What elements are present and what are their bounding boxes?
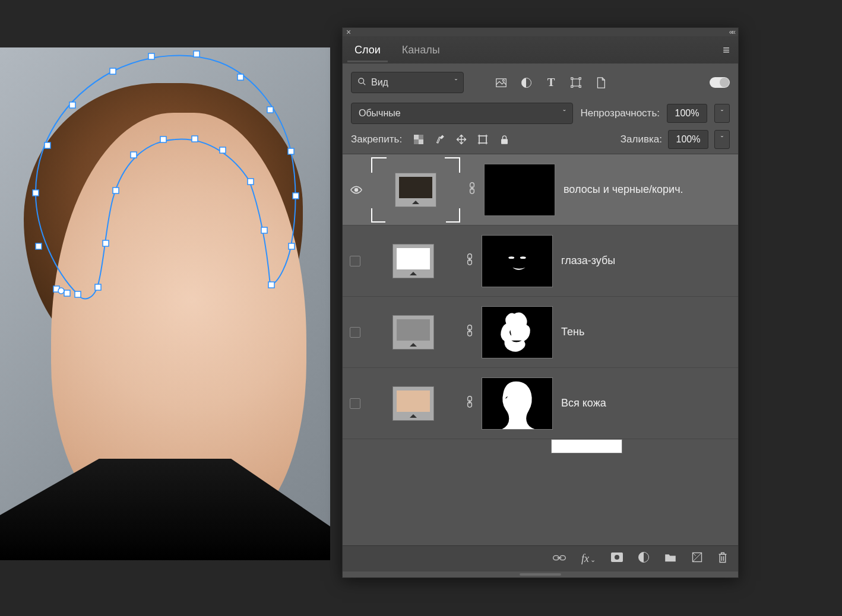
blend-mode-dropdown[interactable]: Обычные ˇ: [351, 103, 573, 124]
new-layer-icon[interactable]: [692, 552, 702, 566]
layer-thumbnail-frame[interactable]: [369, 228, 458, 294]
kind-dropdown[interactable]: Вид ˇ: [351, 72, 464, 93]
layer-row[interactable]: волосы и черные/корич.: [343, 154, 738, 226]
opacity-label: Непрозрачность:: [580, 107, 660, 119]
fx-icon[interactable]: fx⌄: [581, 553, 596, 565]
search-icon: [357, 77, 366, 88]
lock-transparency-icon[interactable]: [413, 134, 425, 145]
resize-grip[interactable]: [343, 571, 738, 577]
new-adjustment-icon[interactable]: [638, 552, 649, 566]
svg-point-26: [359, 78, 364, 84]
svg-point-51: [508, 256, 514, 259]
blend-mode-value: Обычные: [359, 108, 401, 119]
link-mask-icon[interactable]: [466, 253, 473, 268]
visibility-icon[interactable]: [350, 183, 363, 196]
layer-thumbnail: [395, 173, 436, 207]
add-mask-icon[interactable]: [611, 553, 623, 565]
link-mask-icon[interactable]: [466, 325, 473, 339]
chevron-down-icon: ˇ: [563, 109, 565, 118]
layer-mask-thumbnail[interactable]: [484, 164, 555, 216]
layer-mask-thumbnail[interactable]: [482, 377, 553, 430]
filter-shape-icon[interactable]: [569, 76, 583, 89]
svg-rect-31: [571, 78, 573, 80]
layers-footer: fx⌄: [343, 545, 738, 571]
collapse-icon[interactable]: ««: [729, 28, 735, 36]
layer-row[interactable]: Тень: [343, 297, 738, 368]
layer-thumbnail-frame[interactable]: [369, 371, 458, 436]
layer-thumbnail-frame[interactable]: [371, 157, 460, 223]
link-layers-icon[interactable]: [553, 553, 566, 565]
delete-layer-icon[interactable]: [718, 552, 727, 566]
panel-menu-icon[interactable]: ≡: [723, 43, 730, 57]
layer-list[interactable]: волосы и черные/корич. глаза-зубы: [343, 154, 738, 545]
layer-row[interactable]: Вся кожа: [343, 368, 738, 439]
canvas[interactable]: [0, 47, 330, 560]
lock-label: Закрепить:: [351, 134, 402, 145]
photo-illustration: [0, 47, 330, 560]
link-mask-icon[interactable]: [466, 396, 473, 411]
chevron-down-icon: ˇ: [455, 78, 457, 87]
svg-line-27: [363, 82, 365, 85]
layer-row[interactable]: глаза-зубы: [343, 226, 738, 297]
layer-mask-thumbnail[interactable]: [482, 235, 553, 287]
layer-thumbnail: [392, 386, 434, 421]
filter-smart-icon[interactable]: [594, 76, 607, 89]
visibility-toggle-empty[interactable]: [350, 398, 360, 409]
layer-mask-thumbnail: [551, 439, 622, 453]
svg-rect-36: [414, 135, 419, 139]
svg-point-52: [520, 256, 526, 259]
lock-pixels-icon[interactable]: [434, 134, 446, 145]
layer-thumbnail-frame[interactable]: [369, 300, 458, 365]
layer-name[interactable]: глаза-зубы: [561, 255, 731, 267]
lock-artboard-icon[interactable]: [477, 134, 489, 145]
filter-toggle[interactable]: [710, 77, 730, 88]
lock-all-icon[interactable]: [498, 134, 510, 145]
new-group-icon[interactable]: [664, 553, 676, 565]
svg-point-44: [355, 188, 358, 191]
lock-position-icon[interactable]: [455, 134, 467, 145]
svg-rect-30: [572, 79, 580, 86]
visibility-toggle-empty[interactable]: [350, 327, 360, 338]
panel-title-strip: × ««: [343, 28, 738, 36]
tab-channels[interactable]: Каналы: [398, 38, 444, 62]
svg-point-29: [502, 80, 504, 81]
fill-stepper[interactable]: ˇ: [714, 130, 730, 149]
svg-rect-32: [579, 78, 581, 80]
layer-row-partial[interactable]: [343, 439, 738, 461]
link-mask-icon[interactable]: [469, 182, 476, 197]
opacity-value[interactable]: 100%: [667, 104, 707, 123]
svg-rect-34: [579, 85, 581, 87]
svg-rect-38: [479, 136, 486, 143]
filter-pixel-icon[interactable]: [495, 76, 508, 89]
layers-panel: × «« Слои Каналы ≡ Вид ˇ T: [342, 27, 739, 578]
svg-rect-43: [501, 139, 508, 144]
layer-name[interactable]: волосы и черные/корич.: [564, 183, 731, 196]
filter-type-icon[interactable]: T: [545, 76, 558, 89]
tab-layers[interactable]: Слои: [351, 38, 384, 62]
visibility-toggle-empty[interactable]: [350, 256, 360, 266]
panel-tabs: Слои Каналы ≡: [343, 36, 738, 63]
fill-value[interactable]: 100%: [668, 130, 708, 149]
layer-mask-thumbnail[interactable]: [482, 306, 553, 358]
layer-name[interactable]: Тень: [561, 326, 731, 338]
kind-label: Вид: [371, 77, 388, 88]
layer-thumbnail: [392, 315, 434, 350]
opacity-stepper[interactable]: ˇ: [714, 104, 730, 123]
fill-label: Заливка:: [621, 134, 662, 145]
close-icon[interactable]: ×: [346, 28, 351, 36]
filter-adjustment-icon[interactable]: [520, 76, 533, 89]
svg-rect-37: [419, 139, 423, 144]
layer-thumbnail: [392, 244, 434, 278]
svg-rect-33: [571, 85, 573, 87]
layer-name[interactable]: Вся кожа: [561, 397, 731, 409]
